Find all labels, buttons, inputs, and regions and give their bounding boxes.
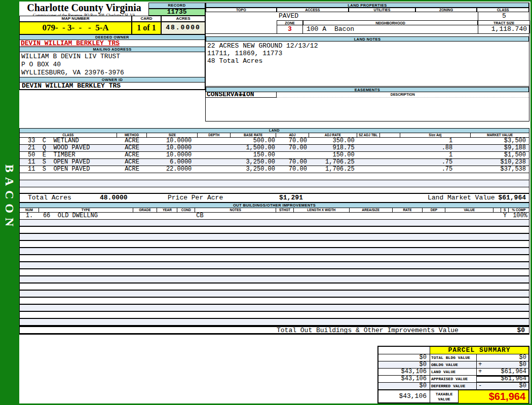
zone-value: 3 [277,25,303,33]
cell-market-value: $3,500 [471,138,529,144]
easement-type-value: CONSERVATION [207,91,254,98]
cell-blank [380,159,400,166]
col-size: SIZE [147,133,198,137]
land-market-value-label: Land Market Value [428,194,495,202]
land-value-label: LAND VALUE [430,369,477,375]
land-properties-section: LAND PROPERTIES TOPO ACCESS UTILITIES ZO… [205,3,529,122]
land-title: LAND [20,129,529,133]
col-market-value: MARKET VALUE [471,133,529,137]
cell-blank [380,138,400,144]
cell-adj-rate: 1,706.25 [309,166,357,173]
deeded-owner-value: DEVIN WILLIAM BERKLEY TRS [20,40,205,47]
cell-size: 6.0000 [147,159,198,166]
taxable-value: $61,964 [459,390,528,403]
col-base-rate: BASE RATE [231,133,276,137]
divider [206,86,529,87]
cell-pct-comp: 100% [509,213,529,219]
cell-adj: 70.00 [276,159,309,166]
cell-method: ACRE [117,145,147,151]
col-type: TYPE [39,208,133,212]
cell-year [157,213,177,219]
cell-method: ACRE [117,152,147,158]
cell-length-width [294,213,350,219]
county-title: Charlotte County Virginia [20,2,148,13]
col-size-adj: Size Adj [400,133,471,137]
out-buildings-total-label: Total Out Buildings & Other Improvements… [277,328,459,334]
col-depth: DEPTH [198,133,231,137]
cell-size-adj: 1 [400,138,471,144]
col-year: YEAR [157,208,177,212]
obldg-value-left: $0 [378,361,430,368]
cell-blank [380,145,400,151]
empty-row [20,173,529,180]
summary-row: $43,106 LAND VALUE +$61,964 [378,369,528,376]
zone-value-row: 3 100 A Bacon 1,118.740 [277,25,530,33]
cell-depth [198,159,231,166]
neighborhood-name: Bacon [334,25,354,33]
easement-type-cell: TYPE CONSERVATION [206,92,277,98]
land-value-left: $43,106 [378,369,430,375]
topo-label: TOPO [206,8,277,12]
easements-title: EASEMENTS [206,87,529,92]
price-per-acre-value: $1,291 [279,194,303,202]
col-sz-adj-tbl: SZ ADJ TBL [357,133,380,137]
col-notes: NOTES [195,208,276,212]
cell-adj-rate: 918.75 [309,145,357,151]
cell-num: 1. [20,213,39,219]
land-properties-title: LAND PROPERTIES [206,3,529,8]
zone-label: ZONE [277,20,303,25]
out-buildings-table: OUT BUILDINGS/OTHER IMPROVEMENTS NUM TYP… [19,202,529,335]
deferred-value-left: $0 [378,383,430,389]
cell-cond [177,213,195,219]
cell-market-value: $9,188 [471,145,529,151]
land-column-headers: CLASS METHOD SIZE DEPTH BASE RATE ADJ AD… [20,133,529,138]
summary-row: $0 TOTAL BLDG VALUE $0 [378,354,528,361]
empty-row [20,305,529,312]
value: $61,964 [501,368,526,375]
taxable-value-row: $43,106 TAXABLE VALUE $61,964 [378,390,528,403]
col-rate: RATE [393,208,423,212]
cell-sz-adj-tbl [357,159,380,166]
appraised-value-left: $43,106 [378,376,430,382]
blank-cell [378,347,430,354]
cell-class: 33 C WETLAND [20,138,117,144]
class-label: CLASS [477,8,529,12]
cell-blank [380,166,400,173]
neighborhood-code: 100 A [307,25,326,33]
cell-size: 10.0000 [147,152,198,158]
cell-sz-adj-tbl [357,145,380,151]
card-value: 1 of 1 [132,22,161,34]
cell-size-adj: 1 [400,152,471,158]
land-notes-title: LAND NOTES [206,36,529,42]
cell-size-adj: .75 [400,159,471,166]
card-label: CARD [132,16,161,22]
cell-size: 10.0000 [147,138,198,144]
cell-value [445,213,493,219]
col-method: METHOD [117,133,147,137]
total-acres-label: Total Acres [28,194,71,202]
total-acres-value: 48.0000 [100,194,128,202]
parcel-summary-title: PARCEL SUMMARY [430,347,528,354]
access-value: PAVED [279,12,298,20]
col-area-size: AREA/SIZE [350,208,393,212]
map-number-label: MAP NUMBER [19,16,132,22]
taxable-value-left: $43,106 [378,390,430,403]
col-class: CLASS [20,133,117,137]
value: $0 [519,382,526,389]
sidebar: BACON [0,0,19,395]
out-buildings-total-value: $0 [517,328,525,334]
divider [206,33,529,34]
empty-row [20,269,529,276]
map-value-row: 079- - 3- - - 5-A 1 of 1 48.0000 [19,22,205,34]
parcel-summary-header: PARCEL SUMMARY [378,347,528,354]
cell-class: 11 S OPEN PAVED [20,159,117,166]
summary-row: $0 OBLDG VALUE +$0 [378,361,528,369]
empty-row [20,234,529,241]
land-market-value: $61,964 [498,194,526,202]
empty-row [20,284,529,291]
out-building-row: 1. 66 OLD DWELLNG CB Y 100% [20,213,529,220]
obldg-value-label: OBLDG VALUE [430,361,477,368]
col-adj: ADJ [276,133,309,137]
value: $0 [519,354,526,361]
cell-adj-rate: 1,706.25 [309,159,357,166]
